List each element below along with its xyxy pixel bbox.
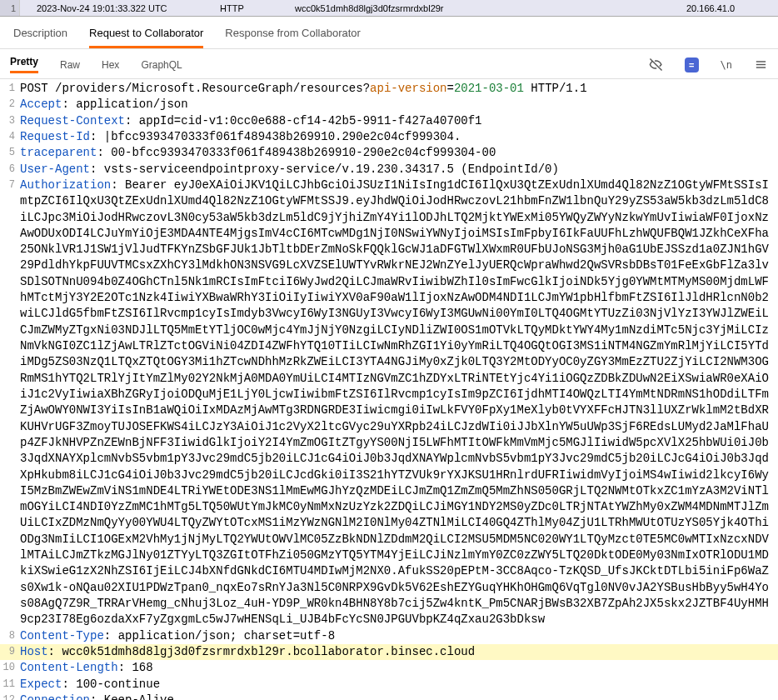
newline-label[interactable]: \n [721, 59, 732, 71]
request-body[interactable]: 1POST /providers/Microsoft.ResourceGraph… [0, 79, 778, 700]
viewtab-raw[interactable]: Raw [60, 59, 80, 71]
equals-badge[interactable]: = [685, 58, 698, 72]
tab-response[interactable]: Response from Collaborator [225, 27, 361, 48]
row-host: wcc0k51dmh8d8lgj3d0fzsrmrdxbl29r [295, 3, 686, 13]
viewtab-pretty[interactable]: Pretty [10, 56, 38, 73]
hide-icon[interactable] [649, 58, 663, 72]
viewtab-graphql[interactable]: GraphQL [141, 59, 182, 71]
host-header-line: 9Host: wcc0k51dmh8d8lgj3d0fzsrmrdxbl29r.… [0, 644, 778, 660]
tab-description[interactable]: Description [13, 27, 67, 48]
viewtab-hex[interactable]: Hex [102, 59, 119, 71]
view-tabs: Pretty Raw Hex GraphQL = \n [0, 49, 778, 79]
row-ip: 20.166.41.0 [686, 3, 778, 13]
tab-request[interactable]: Request to Collaborator [89, 27, 203, 48]
detail-tabs: Description Request to Collaborator Resp… [0, 17, 778, 49]
row-protocol: HTTP [220, 3, 295, 13]
row-index: 1 [0, 0, 20, 16]
row-timestamp: 2023-Nov-24 19:01:33.322 UTC [20, 3, 220, 13]
menu-icon[interactable] [754, 58, 768, 72]
selected-interaction-row[interactable]: 1 2023-Nov-24 19:01:33.322 UTC HTTP wcc0… [0, 0, 778, 17]
